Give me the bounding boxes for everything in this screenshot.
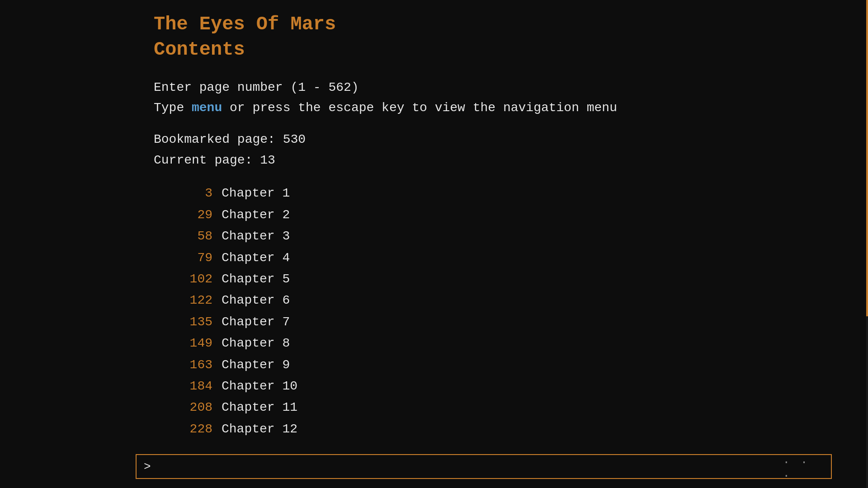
toc-chapter-name: Chapter 11 [222,398,297,417]
screen: The Eyes Of Mars Contents Enter page num… [0,0,868,488]
toc-item[interactable]: 79Chapter 4 [176,248,814,267]
toc-chapter-name: Chapter 2 [222,205,290,225]
toc-item[interactable]: 135Chapter 7 [176,312,814,332]
book-title: The Eyes Of Mars [154,14,814,35]
menu-link[interactable]: menu [192,101,222,115]
current-page-line: Current page: 13 [154,151,814,170]
instruction-suffix: or press the escape key to view the navi… [222,101,617,115]
toc-item[interactable]: 149Chapter 8 [176,333,814,353]
content-area: The Eyes Of Mars Contents Enter page num… [136,0,832,488]
toc-chapter-name: Chapter 10 [222,376,297,396]
toc-chapter-name: Chapter 9 [222,355,290,375]
instruction-line-1: Enter page number (1 - 562) [154,79,814,96]
toc-item[interactable]: 29Chapter 2 [176,205,814,225]
toc-item[interactable]: 228Chapter 12 [176,419,814,439]
toc-chapter-name: Chapter 4 [222,248,290,267]
toc-chapter-name: Chapter 7 [222,312,290,332]
toc-chapter-name: Chapter 3 [222,226,290,246]
current-page-value: 13 [260,153,275,167]
toc-item[interactable]: 208Chapter 11 [176,398,814,417]
input-prompt: > [144,460,151,474]
instruction-line-2: Type menu or press the escape key to vie… [154,99,814,117]
scrollbar[interactable] [866,0,868,488]
toc-page-number: 3 [176,183,212,203]
toc-item[interactable]: 184Chapter 10 [176,376,814,396]
input-bar: > . . . [136,454,832,479]
toc-chapter-name: Chapter 6 [222,291,290,310]
scrollbar-thumb[interactable] [866,0,868,316]
toc-chapter-name: Chapter 8 [222,333,290,353]
toc-page-number: 163 [176,355,212,375]
current-page-label: Current page: [154,153,260,167]
toc-item[interactable]: 58Chapter 3 [176,226,814,246]
toc-item[interactable]: 163Chapter 9 [176,355,814,375]
toc-page-number: 102 [176,269,212,289]
toc-page-number: 208 [176,398,212,417]
toc-page-number: 79 [176,248,212,267]
toc-item[interactable]: 3Chapter 1 [176,183,814,203]
section-title: Contents [154,39,814,61]
toc-chapter-name: Chapter 5 [222,269,290,289]
bookmarked-line: Bookmarked page: 530 [154,130,814,149]
toc-page-number: 184 [176,376,212,396]
bookmarked-value: 530 [283,132,306,146]
toc-page-number: 135 [176,312,212,332]
toc-page-number: 122 [176,291,212,310]
instructions: Enter page number (1 - 562) Type menu or… [154,79,814,117]
info-section: Bookmarked page: 530 Current page: 13 [154,130,814,170]
toc-item[interactable]: 122Chapter 6 [176,291,814,310]
toc-page-number: 58 [176,226,212,246]
toc-page-number: 29 [176,205,212,225]
toc-item[interactable]: 102Chapter 5 [176,269,814,289]
toc-chapter-name: Chapter 12 [222,419,297,439]
toc-chapter-name: Chapter 1 [222,183,290,203]
input-dots: . . . [783,453,824,480]
toc-page-number: 228 [176,419,212,439]
toc-page-number: 149 [176,333,212,353]
command-input[interactable] [156,460,783,474]
toc-list: 3Chapter 129Chapter 258Chapter 379Chapte… [154,183,814,439]
instruction-prefix: Type [154,101,192,115]
bookmarked-label: Bookmarked page: [154,132,283,146]
